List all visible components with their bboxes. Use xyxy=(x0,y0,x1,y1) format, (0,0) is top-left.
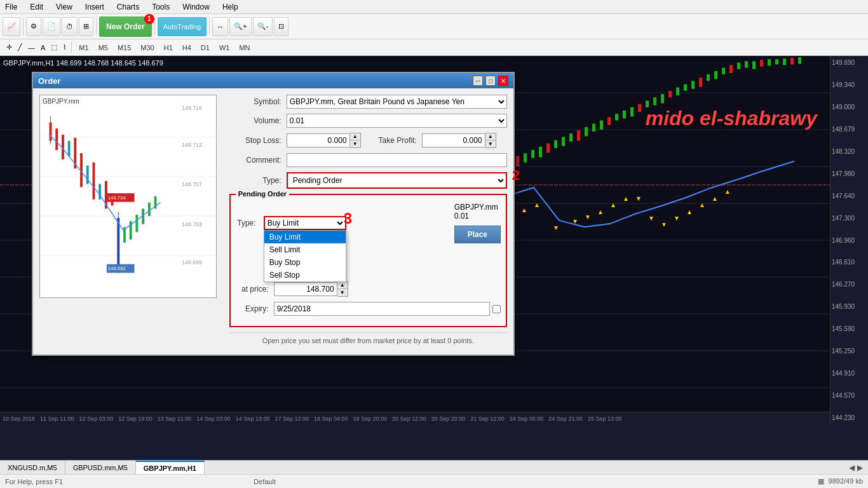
take-profit-down-btn[interactable]: ▼ xyxy=(485,140,496,147)
comment-input[interactable] xyxy=(287,153,507,167)
tab-scroll-right[interactable]: ▶ xyxy=(857,463,863,472)
expiry-checkbox[interactable] xyxy=(492,305,501,313)
fit-icon: ⊡ xyxy=(278,22,284,30)
svg-rect-78 xyxy=(775,59,778,64)
option-buy-limit[interactable]: Buy Limit xyxy=(264,231,346,243)
new-chart-button[interactable]: 📈 xyxy=(3,17,20,36)
svg-rect-76 xyxy=(760,60,763,66)
expiry-input[interactable] xyxy=(274,302,490,316)
dialog-close-button[interactable]: ✕ xyxy=(498,76,508,86)
tab-xngusd[interactable]: XNGUSD.m,M5 xyxy=(0,461,65,474)
fibonacci-tool[interactable]: ⌇ xyxy=(60,42,69,53)
stop-loss-up-btn[interactable]: ▲ xyxy=(350,133,360,140)
dialog-maximize-button[interactable]: □ xyxy=(485,76,496,86)
chart-prices: 148.699 148.768 148.645 148.679 xyxy=(57,59,163,67)
horizontal-tool[interactable]: — xyxy=(25,43,37,53)
tf-mn[interactable]: MN xyxy=(234,42,254,53)
zoom-in-btn2[interactable]: 🔍+ xyxy=(229,17,251,36)
menu-view[interactable]: View xyxy=(53,1,75,13)
at-price-down-btn[interactable]: ▼ xyxy=(337,289,348,296)
tf-h1[interactable]: H1 xyxy=(159,42,177,53)
take-profit-up-btn[interactable]: ▲ xyxy=(485,133,496,140)
svg-text:▲: ▲ xyxy=(699,201,705,208)
option-buy-stop[interactable]: Buy Stop xyxy=(264,256,346,269)
mini-chart: GBPJPY.mm 148.716 148.712 148.707 xyxy=(39,95,217,298)
pending-type-dropdown[interactable]: Buy Limit Sell Limit Buy Stop Sell Stop xyxy=(264,230,346,282)
date-label-7: 17 Sep 12:00 xyxy=(272,416,311,422)
stop-loss-down-btn[interactable]: ▼ xyxy=(350,140,360,147)
menu-charts[interactable]: Charts xyxy=(114,1,142,13)
pending-type-select[interactable]: Buy Limit xyxy=(264,216,346,230)
tf-w1[interactable]: W1 xyxy=(215,42,234,53)
option-sell-limit[interactable]: Sell Limit xyxy=(264,243,346,256)
svg-rect-77 xyxy=(768,59,771,65)
svg-rect-81 xyxy=(798,57,801,64)
line-tool[interactable]: ╱ xyxy=(15,42,25,53)
svg-rect-75 xyxy=(752,61,756,69)
dialog-minimize-button[interactable]: ─ xyxy=(473,76,483,86)
tab-gbpusd[interactable]: GBPUSD.mm,M5 xyxy=(65,461,136,474)
chart-area: GBPJPY.mm,H1 148.699 148.768 148.645 148… xyxy=(0,56,868,424)
at-price-input[interactable] xyxy=(274,282,337,296)
template-button[interactable]: 📄 xyxy=(43,17,60,36)
date-label-4: 13 Sep 11:00 xyxy=(155,416,194,422)
pending-order-label: Pending Order xyxy=(236,190,289,198)
svg-rect-46 xyxy=(531,150,534,158)
type-select[interactable]: Pending Order Market Execution xyxy=(287,172,507,189)
svg-rect-52 xyxy=(577,130,580,141)
menu-file[interactable]: File xyxy=(3,1,20,13)
period-button[interactable]: ⏱ xyxy=(62,17,78,36)
tab-gbpjpy[interactable]: GBPJPY.mm,H1 xyxy=(136,461,205,474)
svg-rect-65 xyxy=(676,88,679,95)
shapes-tool[interactable]: ⬚ xyxy=(48,42,60,53)
tf-m1[interactable]: M1 xyxy=(74,42,93,53)
menu-window[interactable]: Window xyxy=(180,1,212,13)
price-level: 149.690 xyxy=(832,59,867,66)
dialog-controls: ─ □ ✕ xyxy=(473,76,508,86)
date-label-15: 25 Sep 13:00 xyxy=(585,416,625,422)
magnify-plus-icon: 🔍+ xyxy=(234,22,247,30)
tf-d1[interactable]: D1 xyxy=(196,42,214,53)
indicators-button[interactable]: ⚙ xyxy=(26,17,41,36)
svg-rect-56 xyxy=(607,117,611,125)
volume-select[interactable]: 0.01 xyxy=(287,114,507,128)
zoom-in-button[interactable]: ⊞ xyxy=(79,17,93,36)
tf-m5[interactable]: M5 xyxy=(94,42,112,53)
tf-m30[interactable]: M30 xyxy=(136,42,158,53)
toolbar-sep-3 xyxy=(154,18,155,36)
template-icon: 📄 xyxy=(47,22,56,30)
text-tool[interactable]: A xyxy=(38,43,48,53)
chart-shift-button[interactable]: ↔ xyxy=(212,17,228,36)
option-sell-stop[interactable]: Sell Stop xyxy=(264,269,346,281)
tab-scroll-left[interactable]: ◀ xyxy=(849,463,855,472)
svg-text:▲: ▲ xyxy=(597,208,604,215)
at-price-up-btn[interactable]: ▲ xyxy=(337,282,348,289)
symbol-select[interactable]: GBPJPY.mm, Great Britain Pound vs Japane… xyxy=(287,95,507,109)
tf-h4[interactable]: H4 xyxy=(178,42,196,53)
place-button[interactable]: Place xyxy=(454,226,501,243)
svg-rect-79 xyxy=(783,58,786,65)
date-label-6: 14 Sep 19:00 xyxy=(233,416,273,422)
menu-tools[interactable]: Tools xyxy=(149,1,172,13)
mini-chart-svg: 148.716 148.712 148.707 148.703 148.699 xyxy=(40,95,216,297)
tf-m15[interactable]: M15 xyxy=(113,42,135,53)
take-profit-input[interactable] xyxy=(422,133,485,147)
svg-rect-73 xyxy=(737,62,740,69)
menu-help[interactable]: Help xyxy=(220,1,241,13)
auto-trading-button[interactable]: AutoTrading xyxy=(158,17,207,36)
crosshair-tool[interactable]: ✛ xyxy=(4,42,15,53)
price-level: 149.000 xyxy=(832,104,867,111)
menu-insert[interactable]: Insert xyxy=(83,1,107,13)
fit-chart-button[interactable]: ⊡ xyxy=(274,17,288,36)
menu-edit[interactable]: Edit xyxy=(27,1,46,13)
stop-loss-input[interactable] xyxy=(287,133,350,147)
toolbar-sep-4 xyxy=(209,18,210,36)
tf-sep-1 xyxy=(71,42,72,53)
stop-loss-spin-btns: ▲ ▼ xyxy=(350,133,361,148)
take-profit-label: Take Profit: xyxy=(371,136,422,145)
price-level: 149.340 xyxy=(832,81,867,88)
svg-text:148.682: 148.682 xyxy=(108,266,126,271)
price-level: 145.930 xyxy=(832,303,867,310)
zoom-out-btn[interactable]: 🔍- xyxy=(253,17,273,36)
price-level: 148.320 xyxy=(832,148,867,155)
